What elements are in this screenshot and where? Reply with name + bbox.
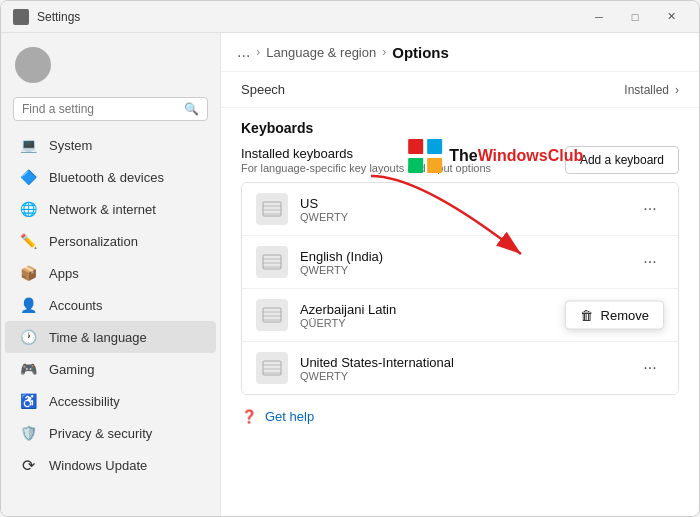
keyboard-item-us-intl: United States-International QWERTY ··· xyxy=(242,342,678,394)
breadcrumb-sep-2: › xyxy=(382,45,386,59)
keyboard-more-us-intl[interactable]: ··· xyxy=(636,354,664,382)
personalization-icon: ✏️ xyxy=(19,232,37,250)
sidebar-label-apps: Apps xyxy=(49,266,79,281)
keyboard-item-us: US QWERTY ··· xyxy=(242,183,678,236)
system-icon: 💻 xyxy=(19,136,37,154)
keyboard-more-english-india[interactable]: ··· xyxy=(636,248,664,276)
sidebar-item-system[interactable]: 💻 System xyxy=(5,129,216,161)
sidebar-label-network: Network & internet xyxy=(49,202,156,217)
apps-icon: 📦 xyxy=(19,264,37,282)
speech-row[interactable]: Speech Installed › xyxy=(221,72,699,108)
sidebar-label-personalization: Personalization xyxy=(49,234,138,249)
remove-label: Remove xyxy=(601,308,649,323)
search-box: 🔍 xyxy=(13,97,208,121)
content-area: ... › Language & region › Options Speech… xyxy=(221,33,699,516)
sidebar: 🔍 💻 System 🔷 Bluetooth & devices 🌐 Netwo… xyxy=(1,33,221,516)
main-content: 🔍 💻 System 🔷 Bluetooth & devices 🌐 Netwo… xyxy=(1,33,699,516)
keyboard-item-english-india: English (India) QWERTY ··· xyxy=(242,236,678,289)
installed-keyboards-label: Installed keyboards xyxy=(241,146,491,161)
accounts-icon: 👤 xyxy=(19,296,37,314)
search-input[interactable] xyxy=(22,102,178,116)
breadcrumb-current: Options xyxy=(392,44,449,61)
title-bar: Settings ─ □ ✕ xyxy=(1,1,699,33)
keyboard-icon-azerbaijani xyxy=(256,299,288,331)
get-help-label: Get help xyxy=(265,409,314,424)
speech-chevron-icon: › xyxy=(675,83,679,97)
keyboards-section: Keyboards Installed keyboards For langua… xyxy=(221,108,699,395)
gaming-icon: 🎮 xyxy=(19,360,37,378)
sidebar-item-windows-update[interactable]: ⟳ Windows Update xyxy=(5,449,216,481)
keyboard-info-us-intl: United States-International QWERTY xyxy=(300,355,636,382)
bluetooth-icon: 🔷 xyxy=(19,168,37,186)
remove-popup[interactable]: 🗑 Remove xyxy=(565,301,664,330)
installed-keyboards-info: Installed keyboards For language-specifi… xyxy=(241,146,491,174)
breadcrumb-dots[interactable]: ... xyxy=(237,43,250,61)
keyboard-icon-us xyxy=(256,193,288,225)
time-language-icon: 🕐 xyxy=(19,328,37,346)
keyboard-type-us-intl: QWERTY xyxy=(300,370,636,382)
keyboard-name-english-india: English (India) xyxy=(300,249,636,264)
sidebar-item-bluetooth[interactable]: 🔷 Bluetooth & devices xyxy=(5,161,216,193)
keyboard-more-us[interactable]: ··· xyxy=(636,195,664,223)
keyboards-header: Keyboards xyxy=(241,120,679,136)
minimize-button[interactable]: ─ xyxy=(583,7,615,27)
privacy-icon: 🛡️ xyxy=(19,424,37,442)
breadcrumb-sep-1: › xyxy=(256,45,260,59)
breadcrumb-parent[interactable]: Language & region xyxy=(266,45,376,60)
keyboard-type-us: QWERTY xyxy=(300,211,636,223)
sidebar-item-privacy[interactable]: 🛡️ Privacy & security xyxy=(5,417,216,449)
installed-keyboards-sub: For language-specific key layouts and in… xyxy=(241,162,491,174)
search-icon: 🔍 xyxy=(184,102,199,116)
keyboard-info-us: US QWERTY xyxy=(300,196,636,223)
sidebar-label-accounts: Accounts xyxy=(49,298,102,313)
close-button[interactable]: ✕ xyxy=(655,7,687,27)
sidebar-item-gaming[interactable]: 🎮 Gaming xyxy=(5,353,216,385)
sidebar-label-time-language: Time & language xyxy=(49,330,147,345)
keyboard-name-us-intl: United States-International xyxy=(300,355,636,370)
keyboard-name-us: US xyxy=(300,196,636,211)
speech-status-text: Installed xyxy=(624,83,669,97)
trash-icon: 🗑 xyxy=(580,308,593,323)
sidebar-item-network[interactable]: 🌐 Network & internet xyxy=(5,193,216,225)
keyboard-icon-english-india xyxy=(256,246,288,278)
sidebar-label-privacy: Privacy & security xyxy=(49,426,152,441)
sidebar-label-system: System xyxy=(49,138,92,153)
speech-label: Speech xyxy=(241,82,285,97)
keyboard-item-azerbaijani: Azerbaijani Latin QÜERTY ··· 🗑 Remove xyxy=(242,289,678,342)
sidebar-item-apps[interactable]: 📦 Apps xyxy=(5,257,216,289)
sidebar-item-personalization[interactable]: ✏️ Personalization xyxy=(5,225,216,257)
installed-keyboards-header: Installed keyboards For language-specifi… xyxy=(241,146,679,174)
maximize-button[interactable]: □ xyxy=(619,7,651,27)
add-keyboard-button[interactable]: Add a keyboard xyxy=(565,146,679,174)
get-help-link[interactable]: ❓ Get help xyxy=(221,395,699,438)
avatar xyxy=(15,47,51,83)
user-profile[interactable] xyxy=(1,41,220,93)
sidebar-label-gaming: Gaming xyxy=(49,362,95,377)
keyboard-icon-us-intl xyxy=(256,352,288,384)
sidebar-label-accessibility: Accessibility xyxy=(49,394,120,409)
window-controls: ─ □ ✕ xyxy=(583,7,687,27)
speech-status: Installed › xyxy=(624,83,679,97)
keyboard-list: US QWERTY ··· English (India) QWERTY xyxy=(241,182,679,395)
sidebar-item-accounts[interactable]: 👤 Accounts xyxy=(5,289,216,321)
help-icon: ❓ xyxy=(241,409,257,424)
sidebar-label-windows-update: Windows Update xyxy=(49,458,147,473)
network-icon: 🌐 xyxy=(19,200,37,218)
settings-window: Settings ─ □ ✕ 🔍 💻 System 🔷 xyxy=(0,0,700,517)
sidebar-label-bluetooth: Bluetooth & devices xyxy=(49,170,164,185)
breadcrumb: ... › Language & region › Options xyxy=(221,33,699,72)
keyboard-type-english-india: QWERTY xyxy=(300,264,636,276)
sidebar-item-time-language[interactable]: 🕐 Time & language xyxy=(5,321,216,353)
sidebar-item-accessibility[interactable]: ♿ Accessibility xyxy=(5,385,216,417)
title-bar-left: Settings xyxy=(13,9,80,25)
settings-app-icon xyxy=(13,9,29,25)
accessibility-icon: ♿ xyxy=(19,392,37,410)
title-bar-title: Settings xyxy=(37,10,80,24)
windows-update-icon: ⟳ xyxy=(19,456,37,474)
keyboard-info-english-india: English (India) QWERTY xyxy=(300,249,636,276)
